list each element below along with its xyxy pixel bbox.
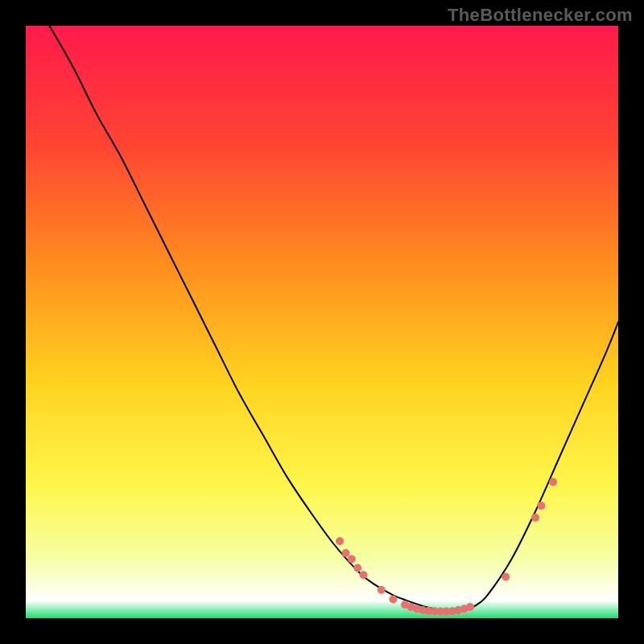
data-marker	[341, 549, 349, 557]
data-marker	[537, 502, 545, 510]
data-marker	[502, 572, 510, 580]
data-marker	[336, 537, 344, 545]
data-marker	[360, 571, 368, 579]
data-marker	[378, 586, 386, 594]
data-marker	[466, 603, 474, 611]
bottleneck-chart	[26, 26, 618, 618]
chart-container: TheBottlenecker.com	[0, 0, 644, 644]
attribution-label: TheBottlenecker.com	[448, 5, 633, 26]
data-marker	[353, 564, 361, 572]
data-marker	[531, 514, 539, 522]
plot-area	[26, 26, 618, 618]
data-marker	[389, 595, 397, 603]
data-marker	[348, 555, 356, 563]
data-marker	[549, 478, 557, 486]
